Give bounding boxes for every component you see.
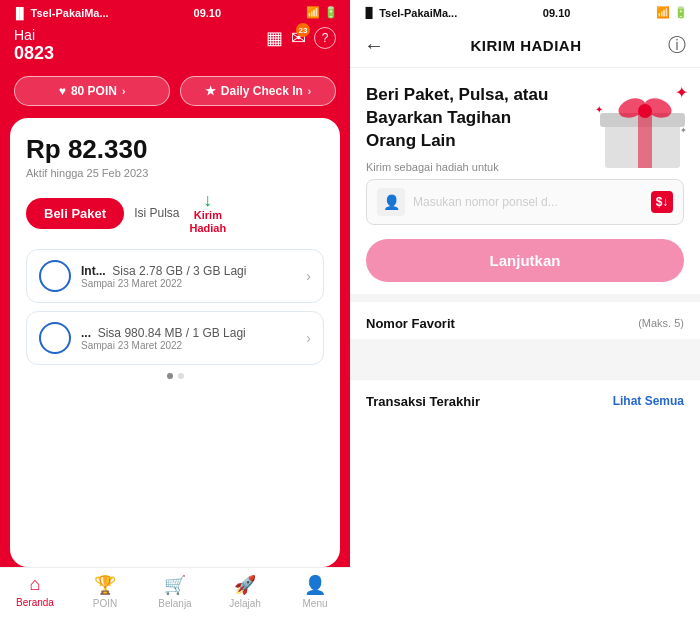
balance-amount: Rp 82.330 [26,134,324,165]
gift-section: Beri Paket, Pulsa, atau Bayarkan Tagihan… [350,68,700,294]
svg-text:✦: ✦ [675,84,688,101]
lihat-semua-link[interactable]: Lihat Semua [613,394,684,408]
svg-text:✦: ✦ [680,126,687,135]
dot-1 [167,373,173,379]
left-time: 09.10 [194,7,222,19]
trophy-icon: 🏆 [94,574,116,596]
left-panel: ▐▌ Tsel-PakaiMa... 09.10 📶 🔋 Hai 0823 ▦ … [0,0,350,617]
lanjutkan-button[interactable]: Lanjutkan [366,239,684,282]
left-status-right: 📶 🔋 [306,6,338,19]
data-subtitle-1: Sampai 23 Maret 2022 [81,278,296,289]
right-status-right: 📶 🔋 [656,6,688,19]
right-content: Beri Paket, Pulsa, atau Bayarkan Tagihan… [350,68,700,617]
main-card: Rp 82.330 Aktif hingga 25 Feb 2023 Beli … [10,118,340,567]
daily-checkin-button[interactable]: ★ Daily Check In › [180,76,336,106]
person-icon: 👤 [304,574,326,596]
page-title: KIRIM HADIAH [471,37,582,54]
battery-icon: 🔋 [324,6,338,19]
svg-point-6 [638,104,652,118]
cart-icon: 🛒 [164,574,186,596]
svg-text:✦: ✦ [595,104,603,115]
chevron-right-icon: › [122,86,125,97]
phone-input-row[interactable]: 👤 Masukan nomor ponsel d... $↓ [366,179,684,225]
nav-poin[interactable]: 🏆 POIN [70,574,140,609]
divider-2 [350,339,700,379]
dot-2 [178,373,184,379]
right-header: ← KIRIM HADIAH ⓘ [350,23,700,68]
maks-label: (Maks. 5) [638,317,684,329]
poin-button[interactable]: ♥ 80 POIN › [14,76,170,106]
left-status-bar: ▐▌ Tsel-PakaiMa... 09.10 📶 🔋 [0,0,350,23]
phone-icon: 👤 [377,188,405,216]
right-carrier: ▐▌ Tsel-PakaiMa... [362,7,457,19]
qr-icon-btn[interactable]: ▦ [266,27,283,49]
back-button[interactable]: ← [364,34,384,57]
kirim-hadiah-label: KirimHadiah [190,209,227,235]
star-icon: ★ [205,84,216,98]
phone-placeholder-text: Masukan nomor ponsel d... [413,195,643,209]
poin-label: 80 POIN [71,84,117,98]
left-header: Hai 0823 ▦ ✉ 23 ? [0,23,350,72]
dollar-badge: $↓ [651,191,673,213]
help-icon-btn[interactable]: ? [314,27,336,49]
card-actions: Beli Paket Isi Pulsa ↓ KirimHadiah [26,191,324,235]
nav-jelajah[interactable]: 🚀 Jelajah [210,574,280,609]
data-circle-1 [39,260,71,292]
nav-menu-label: Menu [302,598,327,609]
data-info-2: ... Sisa 980.84 MB / 1 GB Lagi Sampai 23… [81,326,296,351]
divider-1 [350,294,700,302]
nav-beranda[interactable]: ⌂ Beranda [0,574,70,609]
left-signal-icon: ▐▌ [12,7,28,19]
data-subtitle-2: Sampai 23 Maret 2022 [81,340,296,351]
nav-menu[interactable]: 👤 Menu [280,574,350,609]
data-circle-2 [39,322,71,354]
nomor-favorit-section: Nomor Favorit (Maks. 5) [350,302,700,339]
person-small-icon: 👤 [383,194,400,210]
info-icon-btn[interactable]: ⓘ [668,33,686,57]
left-carrier: ▐▌ Tsel-PakaiMa... [12,7,109,19]
beli-paket-button[interactable]: Beli Paket [26,198,124,229]
header-icons: ▦ ✉ 23 ? [266,27,336,49]
right-signal-icon: ▐▌ [362,7,376,18]
right-panel: ▐▌ Tsel-PakaiMa... 09.10 📶 🔋 ← KIRIM HAD… [350,0,700,617]
transaksi-label: Transaksi Terakhir [366,394,480,409]
data-chevron-1-icon: › [306,268,311,284]
nav-poin-label: POIN [93,598,117,609]
mail-icon-btn[interactable]: ✉ 23 [291,27,306,49]
data-title-2: ... Sisa 980.84 MB / 1 GB Lagi [81,326,296,340]
greeting-block: Hai 0823 [14,27,54,64]
balance-until: Aktif hingga 25 Feb 2023 [26,167,324,179]
pagination-dots [26,373,324,385]
home-icon: ⌂ [30,574,41,595]
data-info-1: Int... Sisa 2.78 GB / 3 GB Lagi Sampai 2… [81,264,296,289]
svg-rect-1 [638,123,652,168]
rocket-icon: 🚀 [234,574,256,596]
transaksi-section: Transaksi Terakhir Lihat Semua [350,379,700,415]
gift-image: ✦ ✦ ✦ [590,78,690,168]
data-item-2[interactable]: ... Sisa 980.84 MB / 1 GB Lagi Sampai 23… [26,311,324,365]
data-title-1: Int... Sisa 2.78 GB / 3 GB Lagi [81,264,296,278]
checkin-chevron-icon: › [308,86,311,97]
bottom-nav: ⌂ Beranda 🏆 POIN 🛒 Belanja 🚀 Jelajah 👤 M… [0,567,350,617]
heart-icon: ♥ [59,84,66,98]
mail-badge: 23 [296,23,310,37]
right-status-bar: ▐▌ Tsel-PakaiMa... 09.10 📶 🔋 [350,0,700,23]
nav-belanja-label: Belanja [158,598,191,609]
green-arrow-icon: ↓ [203,191,212,209]
data-item-1[interactable]: Int... Sisa 2.78 GB / 3 GB Lagi Sampai 2… [26,249,324,303]
gift-title: Beri Paket, Pulsa, atau Bayarkan Tagihan… [366,84,557,153]
right-time: 09.10 [543,7,571,19]
nav-belanja[interactable]: 🛒 Belanja [140,574,210,609]
isi-pulsa-link[interactable]: Isi Pulsa [134,206,179,220]
kirim-hadiah-link[interactable]: ↓ KirimHadiah [190,191,227,235]
nomor-favorit-label: Nomor Favorit [366,316,455,331]
nav-jelajah-label: Jelajah [229,598,261,609]
right-battery-icon: 🔋 [674,6,688,19]
nav-beranda-label: Beranda [16,597,54,608]
checkin-label: Daily Check In [221,84,303,98]
data-chevron-2-icon: › [306,330,311,346]
wifi-icon: 📶 [306,6,320,19]
right-wifi-icon: 📶 [656,6,670,19]
greeting-text: Hai [14,27,54,43]
phone-number: 0823 [14,43,54,64]
